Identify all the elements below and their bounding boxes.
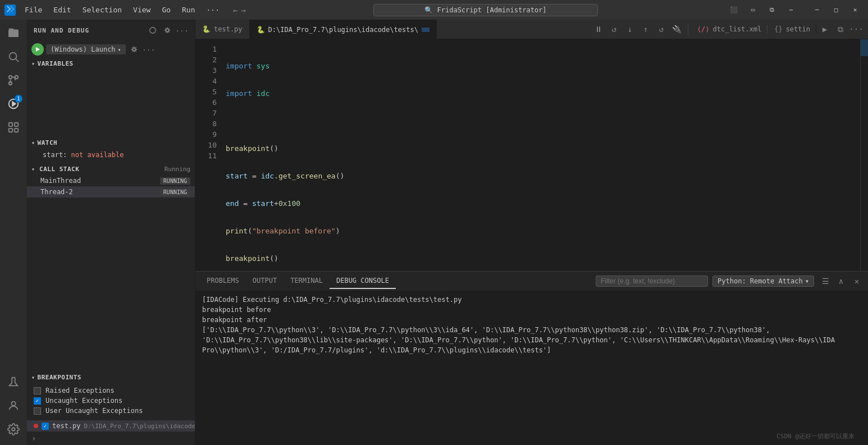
menu-more[interactable]: ··· <box>202 4 224 15</box>
panel-filter-input[interactable] <box>596 276 708 287</box>
layout-icon[interactable]: ⬛ <box>725 4 742 16</box>
callstack-item-thread2[interactable]: Thread-2 RUNNING <box>27 186 195 198</box>
variables-section: ▾ VARIABLES <box>27 58 195 137</box>
variables-header[interactable]: ▾ VARIABLES <box>27 58 195 70</box>
start-debug-button[interactable] <box>31 43 44 56</box>
settings-icon[interactable] <box>2 418 25 441</box>
debug-run-icon[interactable]: 1 <box>2 93 25 115</box>
tab-active[interactable]: 🐍 D:\IDA_Pro_7.7\plugins\idacode\tests\ <box>250 20 437 39</box>
more-editor-icon[interactable]: ··· <box>849 22 864 36</box>
breakpoints-label: BREAKPOINTS <box>38 374 81 381</box>
menu-edit[interactable]: Edit <box>49 4 75 15</box>
new-launch-config-button[interactable] <box>147 24 159 36</box>
panel-icon[interactable]: ▭ <box>744 4 761 16</box>
open-launch-button[interactable] <box>128 43 140 56</box>
callstack-thread-name: MainThread <box>40 177 81 185</box>
breakpoints-header[interactable]: ▾ BREAKPOINTS <box>27 371 195 383</box>
menu-run[interactable]: Run <box>177 4 199 15</box>
callstack-label: CALL STACK <box>39 166 79 173</box>
continue-button[interactable]: ↺ <box>654 22 669 36</box>
back-button[interactable]: ← <box>233 6 237 15</box>
panel-list-icon[interactable]: ☰ <box>819 274 832 288</box>
tab-output[interactable]: OUTPUT <box>246 273 284 289</box>
maximize-button[interactable]: □ <box>828 4 844 16</box>
forward-button[interactable]: → <box>241 6 245 15</box>
callstack-status: Running <box>165 166 190 173</box>
callstack-item-main[interactable]: MainThread RUNNING <box>27 175 195 186</box>
watch-arrow-icon: ▾ <box>31 140 35 146</box>
chevron-down-icon: ▾ <box>118 47 121 53</box>
code-editor[interactable]: import sys import idc breakpoint() start… <box>223 39 860 271</box>
tab-terminal[interactable]: TERMINAL <box>284 273 330 289</box>
customize-icon[interactable]: ⋯ <box>783 4 800 16</box>
more-options-button[interactable]: ··· <box>176 24 188 36</box>
minimize-button[interactable]: ─ <box>808 4 825 16</box>
tab-settings[interactable]: {} settin <box>769 25 816 33</box>
main-layout: 1 RUN AND DEBUG <box>0 20 868 445</box>
code-line-5: start = idc.get_screen_ea() <box>223 171 860 181</box>
panel-collapse-icon[interactable]: ∧ <box>834 274 848 288</box>
watch-header[interactable]: ▾ WATCH <box>27 137 195 149</box>
tab-problems[interactable]: PROBLEMS <box>200 273 246 289</box>
tab-testpy-inactive[interactable]: 🐍 test.py <box>195 20 250 39</box>
pause-button[interactable]: ⏸ <box>591 22 606 36</box>
step-into-button[interactable]: ↓ <box>623 22 637 36</box>
scrollbar[interactable] <box>860 39 868 271</box>
tab-scroll-area <box>422 26 430 34</box>
uncaught-exceptions-checkbox[interactable] <box>34 397 41 405</box>
step-out-button[interactable]: ↑ <box>638 22 653 36</box>
window-controls: ⬛ ▭ ⧉ ⋯ ─ □ ✕ <box>725 4 864 16</box>
callstack-header[interactable]: ▾ CALL STACK Running <box>27 163 195 175</box>
account-icon[interactable] <box>2 394 25 417</box>
restart-button[interactable]: ↺ <box>607 22 622 36</box>
split-icon[interactable]: ⧉ <box>764 4 780 16</box>
expand-panel-icon[interactable]: › <box>31 434 36 443</box>
debug-config-label: (Windows) Launch <box>51 45 116 53</box>
tab-dtc[interactable]: ⟨/⟩ dtc_list.xml <box>692 25 768 33</box>
code-line-4: breakpoint() <box>223 143 860 154</box>
panel-close-icon[interactable]: ✕ <box>850 274 864 288</box>
editor-area: 🐍 test.py 🐍 D:\IDA_Pro_7.7\plugins\idaco… <box>195 20 868 445</box>
breakpoint-filename: test.py <box>52 422 81 430</box>
run-icon[interactable]: ▶ <box>817 22 832 36</box>
command-palette[interactable]: 🔍 FridaScript [Administrator] <box>373 4 598 16</box>
watch-label: WATCH <box>38 139 58 146</box>
breakpoint-raised: Raised Exceptions <box>34 386 190 396</box>
breakpoint-file-item[interactable]: ✓ test.py D:\IDA_Pro_7.7\plugins\idacode… <box>27 420 195 432</box>
menu-file[interactable]: File <box>20 4 47 15</box>
source-control-icon[interactable] <box>2 69 25 91</box>
search-icon[interactable] <box>2 45 25 68</box>
menu-selection[interactable]: Selection <box>78 4 126 15</box>
editor-content: 1 2 3 4 5 6 7 8 9 10 11 import sys impor… <box>195 39 868 271</box>
panel-dropdown[interactable]: Python: Remote Attach ▾ <box>712 276 814 287</box>
menu-view[interactable]: View <box>129 4 155 15</box>
debug-config-dropdown[interactable]: (Windows) Launch ▾ <box>46 44 126 54</box>
variables-content <box>27 70 195 137</box>
console-line-2: breakpoint before <box>202 305 861 315</box>
more-options-button2[interactable]: ··· <box>143 43 155 56</box>
debug-config-button[interactable] <box>161 24 173 36</box>
disconnect-button[interactable]: 🔌 <box>670 22 684 36</box>
line-numbers: 1 2 3 4 5 6 7 8 9 10 11 <box>195 39 223 271</box>
debug-console-output: [IDACode] Executing d:\IDA_Pro_7.7\plugi… <box>195 291 868 445</box>
debug-config-row: (Windows) Launch ▾ ··· <box>27 41 195 58</box>
tab-settings-label: settin <box>786 25 810 33</box>
flask-icon[interactable] <box>2 371 25 393</box>
tab-debug-console[interactable]: DEBUG CONSOLE <box>330 273 396 289</box>
breakpoint-enabled-icon: ✓ <box>42 423 49 430</box>
code-line-8: breakpoint() <box>223 253 860 264</box>
explorer-icon[interactable] <box>2 22 25 44</box>
raised-exceptions-checkbox[interactable] <box>34 387 41 394</box>
debug-badge: 1 <box>15 95 22 103</box>
extensions-icon[interactable] <box>2 116 25 139</box>
svg-rect-7 <box>15 123 18 126</box>
editor-toolbar: ⏸ ↺ ↓ ↑ ↺ 🔌 ⟨/⟩ dtc_list.xml {} settin ▶… <box>587 20 868 39</box>
sidebar-tools: ··· <box>147 24 188 36</box>
user-uncaught-exceptions-checkbox[interactable] <box>34 407 41 415</box>
split-editor-icon[interactable]: ⧉ <box>833 22 848 36</box>
breakpoints-list: Raised Exceptions Uncaught Exceptions Us… <box>27 383 195 420</box>
callstack-items: MainThread RUNNING Thread-2 RUNNING <box>27 175 195 198</box>
menu-go[interactable]: Go <box>157 4 175 15</box>
raised-exceptions-label: Raised Exceptions <box>45 387 115 394</box>
close-button[interactable]: ✕ <box>847 4 864 16</box>
